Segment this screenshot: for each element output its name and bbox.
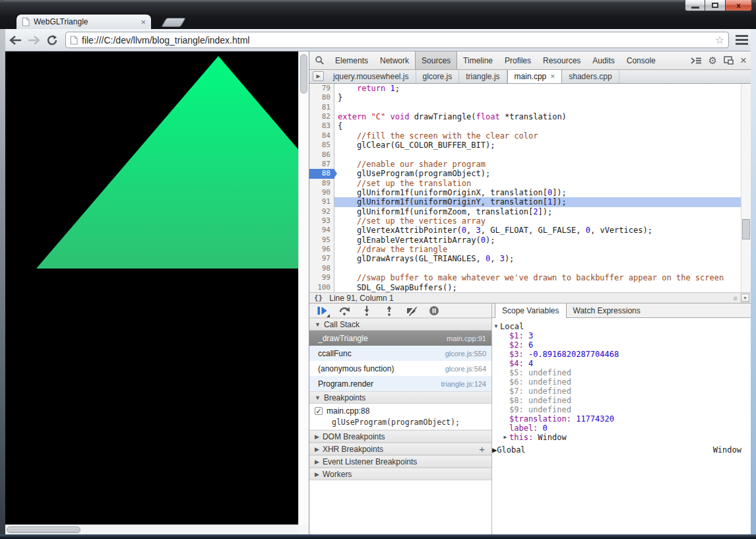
line-number[interactable]: 97 <box>309 254 334 263</box>
code-line-95[interactable]: 95 glEnableVertexAttribArray(0); <box>309 236 751 245</box>
stack-frame-ccallFunc[interactable]: ccallFuncglcore.js:550 <box>309 346 491 361</box>
line-number[interactable]: 81 <box>309 103 334 112</box>
page-horizontal-scrollbar[interactable] <box>5 524 298 534</box>
call-stack-header[interactable]: ▼ Call Stack <box>309 318 491 331</box>
line-number[interactable]: 85 <box>309 141 334 150</box>
back-button[interactable] <box>6 31 24 49</box>
line-number[interactable]: 98 <box>309 264 334 273</box>
frame-location-link[interactable]: triangle.js:124 <box>441 380 487 388</box>
deactivate-breakpoints-button[interactable] <box>406 305 418 316</box>
line-number[interactable]: 87 <box>309 160 334 169</box>
section-header-event-listener-breakpoints[interactable]: ▶Event Listener Breakpoints <box>309 455 491 468</box>
minimize-button[interactable] <box>685 0 705 11</box>
code-line-82[interactable]: 82extern "C" void drawTriangle(float *tr… <box>309 112 751 121</box>
stack-frame--drawTriangle[interactable]: _drawTrianglemain.cpp:91 <box>309 331 491 346</box>
breakpoints-header[interactable]: ▼ Breakpoints <box>309 391 491 404</box>
bookmark-star-icon[interactable]: ☆ <box>715 35 724 46</box>
code-line-97[interactable]: 97 glDrawArrays(GL_TRIANGLES, 0, 3); <box>309 254 751 263</box>
gear-icon[interactable]: ⚙ <box>709 55 717 65</box>
line-number[interactable]: 96 <box>309 245 334 254</box>
section-header-xhr-breakpoints[interactable]: ▶XHR Breakpoints+ <box>309 443 491 455</box>
scope-local-row[interactable]: ▼Local <box>492 322 751 331</box>
code-line-81[interactable]: 81 <box>309 103 751 112</box>
code-line-94[interactable]: 94 glVertexAttribPointer(0, 3, GL_FLOAT,… <box>309 226 751 235</box>
pause-on-exceptions-button[interactable] <box>428 305 440 316</box>
menu-button[interactable] <box>733 35 750 45</box>
code-line-86[interactable]: 86 <box>309 150 751 160</box>
scope-var-this[interactable]: ▶this: Window <box>492 433 751 442</box>
code-editor[interactable]: 79 return 1;80}8182extern "C" void drawT… <box>309 84 751 292</box>
tab-close-icon[interactable]: × <box>141 18 146 26</box>
breakpoint-entry[interactable]: ✓main.cpp:88glUseProgram(programObject); <box>309 404 491 430</box>
frame-location-link[interactable]: glcore.js:550 <box>445 350 486 358</box>
line-number[interactable]: 84 <box>309 131 334 141</box>
editor-scrollbar-thumb[interactable] <box>742 219 750 239</box>
section-header-dom-breakpoints[interactable]: ▶DOM Breakpoints <box>309 430 491 443</box>
panel-tab-timeline[interactable]: Timeline <box>457 51 499 69</box>
breakpoint-line-number[interactable]: 88 <box>309 169 334 178</box>
add-xhr-breakpoint-button[interactable]: + <box>479 443 485 455</box>
code-line-89[interactable]: 89 //set up the translation <box>309 179 751 188</box>
forward-button[interactable] <box>24 31 43 49</box>
line-number[interactable]: 83 <box>309 121 334 131</box>
page-vertical-scrollbar-thumb[interactable] <box>300 54 307 94</box>
page-vertical-scrollbar[interactable] <box>298 51 309 524</box>
close-file-tab-icon[interactable]: × <box>550 72 555 81</box>
code-line-79[interactable]: 79 return 1; <box>309 84 751 93</box>
line-number[interactable]: 86 <box>309 150 334 160</box>
section-header-workers[interactable]: ▶Workers <box>309 468 491 480</box>
code-line-92[interactable]: 92 glUniform1f(uniformZoom, translation[… <box>309 207 751 216</box>
close-window-button[interactable]: x <box>726 0 752 11</box>
code-line-80[interactable]: 80} <box>309 93 751 102</box>
editor-scrollbar[interactable] <box>741 84 751 292</box>
panel-tab-network[interactable]: Network <box>374 51 415 69</box>
webgl-canvas[interactable] <box>5 51 298 524</box>
file-tab-jquery.mousewheel.js[interactable]: jquery.mousewheel.js <box>327 70 416 83</box>
line-number[interactable]: 99 <box>309 273 334 282</box>
stack-frame-Program-render[interactable]: Program.rendertriangle.js:124 <box>309 376 491 391</box>
step-out-button[interactable] <box>383 305 395 316</box>
line-number[interactable]: 80 <box>309 93 334 102</box>
code-line-98[interactable]: 98 <box>309 264 751 273</box>
code-line-91[interactable]: 91 glUniform1f(uniformOriginY, translati… <box>309 197 751 206</box>
scrollbar-down-button[interactable]: ▼ <box>741 294 749 302</box>
panel-tab-elements[interactable]: Elements <box>329 51 374 69</box>
console-drawer-icon[interactable] <box>691 56 702 65</box>
file-tab-triangle.js[interactable]: triangle.js <box>459 70 507 83</box>
code-line-88[interactable]: 88 glUseProgram(programObject); <box>309 169 751 178</box>
panel-tab-audits[interactable]: Audits <box>586 51 620 69</box>
page-horizontal-scrollbar-thumb[interactable] <box>7 526 80 533</box>
breakpoint-checkbox[interactable]: ✓ <box>315 407 323 415</box>
pretty-print-icon[interactable]: {} <box>314 294 323 302</box>
file-tab-main.cpp[interactable]: main.cpp× <box>507 70 563 83</box>
code-line-87[interactable]: 87 //enable our shader program <box>309 160 751 169</box>
search-button[interactable] <box>309 51 329 69</box>
stack-frame--anonymous-function-[interactable]: (anonymous function)glcore.js:564 <box>309 361 491 376</box>
dock-icon[interactable] <box>724 56 734 65</box>
step-over-button[interactable] <box>338 305 350 316</box>
reload-button[interactable] <box>43 31 61 49</box>
file-tab-shaders.cpp[interactable]: shaders.cpp <box>562 70 619 83</box>
file-tab-glcore.js[interactable]: glcore.js <box>416 70 460 83</box>
frame-location-link[interactable]: main.cpp:91 <box>447 334 486 342</box>
frame-location-link[interactable]: glcore.js:564 <box>445 365 486 373</box>
line-number[interactable]: 91 <box>309 197 334 206</box>
code-line-93[interactable]: 93 //set up the vertices array <box>309 216 751 226</box>
panel-tab-console[interactable]: Console <box>621 51 662 69</box>
sidebar-tab-watch-expressions[interactable]: Watch Expressions <box>567 303 647 317</box>
line-number[interactable]: 89 <box>309 179 334 188</box>
code-line-84[interactable]: 84 //fill the screen with the clear colo… <box>309 131 751 141</box>
scope-global-row[interactable]: ▶GlobalWindow <box>492 445 751 455</box>
code-line-85[interactable]: 85 glClear(GL_COLOR_BUFFER_BIT); <box>309 141 751 150</box>
line-number[interactable]: 93 <box>309 216 334 226</box>
devtools-close-icon[interactable]: × <box>740 55 747 65</box>
line-number[interactable]: 95 <box>309 236 334 245</box>
panel-tab-resources[interactable]: Resources <box>537 51 586 69</box>
line-number[interactable]: 100 <box>309 283 334 292</box>
url-input[interactable] <box>82 35 715 46</box>
show-navigator-button[interactable]: ▶ <box>313 71 324 81</box>
maximize-button[interactable] <box>705 0 726 11</box>
sidebar-tab-scope-variables[interactable]: Scope Variables <box>495 303 567 318</box>
code-line-90[interactable]: 90 glUniform1f(uniformOriginX, translati… <box>309 188 751 197</box>
browser-tab[interactable]: WebGLTriangle × <box>16 14 152 29</box>
